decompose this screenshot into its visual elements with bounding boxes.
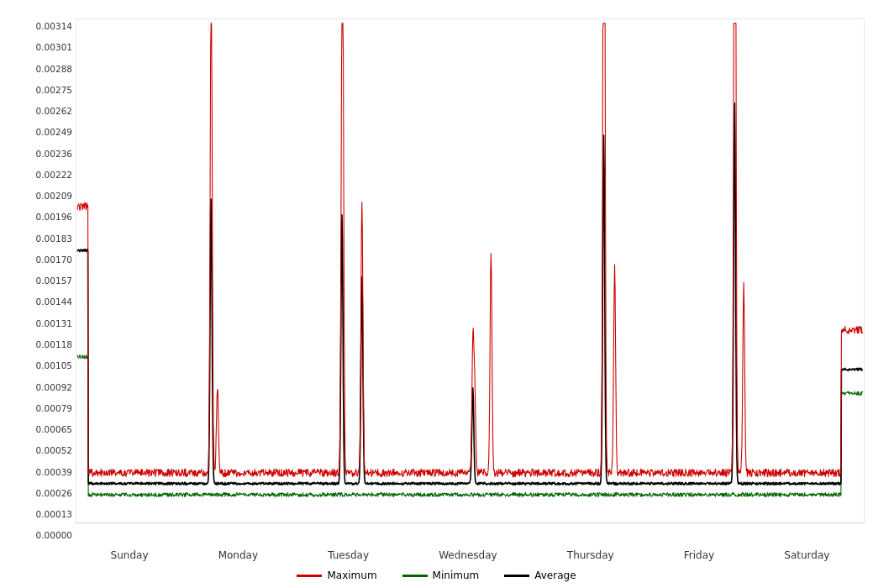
legend-item: Maximum [297, 570, 376, 581]
chart-svg-container: SundayMondayTuesdayWednesdayThursdayFrid… [76, 18, 865, 561]
legend-item: Average [504, 570, 576, 581]
chart-area: 0.003140.003010.002880.002750.002620.002… [0, 18, 873, 561]
legend-line [402, 575, 428, 577]
x-axis: SundayMondayTuesdayWednesdayThursdayFrid… [76, 548, 865, 561]
legend-line [504, 575, 529, 577]
y-tick: 0.00170 [36, 255, 72, 265]
y-tick: 0.00288 [36, 65, 72, 74]
y-tick: 0.00183 [36, 234, 72, 244]
y-tick: 0.00262 [36, 107, 72, 116]
main-chart [76, 18, 865, 548]
y-tick: 0.00236 [36, 150, 72, 159]
svg-rect-32 [76, 18, 865, 523]
legend-line [297, 575, 322, 577]
y-tick: 0.00301 [36, 43, 72, 52]
y-tick: 0.00013 [36, 510, 72, 519]
y-tick: 0.00144 [36, 297, 72, 307]
y-tick: 0.00105 [36, 361, 72, 370]
legend-label: Average [534, 570, 576, 581]
legend: MaximumMinimumAverage [297, 570, 576, 581]
y-tick: 0.00000 [36, 531, 72, 540]
y-tick: 0.00275 [36, 86, 72, 95]
y-tick: 0.00131 [36, 319, 72, 328]
y-tick: 0.00065 [36, 425, 72, 434]
y-tick: 0.00039 [36, 468, 72, 477]
x-tick: Saturday [784, 549, 829, 561]
x-tick: Wednesday [439, 549, 497, 561]
y-tick: 0.00196 [36, 213, 72, 222]
x-tick: Friday [684, 549, 714, 561]
x-tick: Tuesday [328, 549, 369, 561]
y-tick: 0.00092 [36, 383, 72, 392]
y-axis-label [4, 18, 21, 561]
chart-container: 0.003140.003010.002880.002750.002620.002… [0, 0, 873, 588]
x-tick: Sunday [111, 549, 149, 561]
legend-label: Minimum [433, 570, 480, 581]
y-tick: 0.00026 [36, 489, 72, 498]
y-tick: 0.00052 [36, 446, 72, 455]
y-tick: 0.00222 [36, 171, 72, 180]
y-tick: 0.00209 [36, 192, 72, 201]
y-tick: 0.00314 [36, 22, 72, 31]
y-tick: 0.00118 [36, 340, 72, 349]
legend-label: Maximum [327, 570, 376, 581]
legend-item: Minimum [402, 570, 480, 581]
y-axis: 0.003140.003010.002880.002750.002620.002… [21, 18, 76, 561]
y-tick: 0.00157 [36, 276, 72, 286]
x-tick: Thursday [567, 549, 614, 561]
y-tick: 0.00249 [36, 128, 72, 137]
x-tick: Monday [218, 549, 258, 561]
y-tick: 0.00079 [36, 404, 72, 413]
